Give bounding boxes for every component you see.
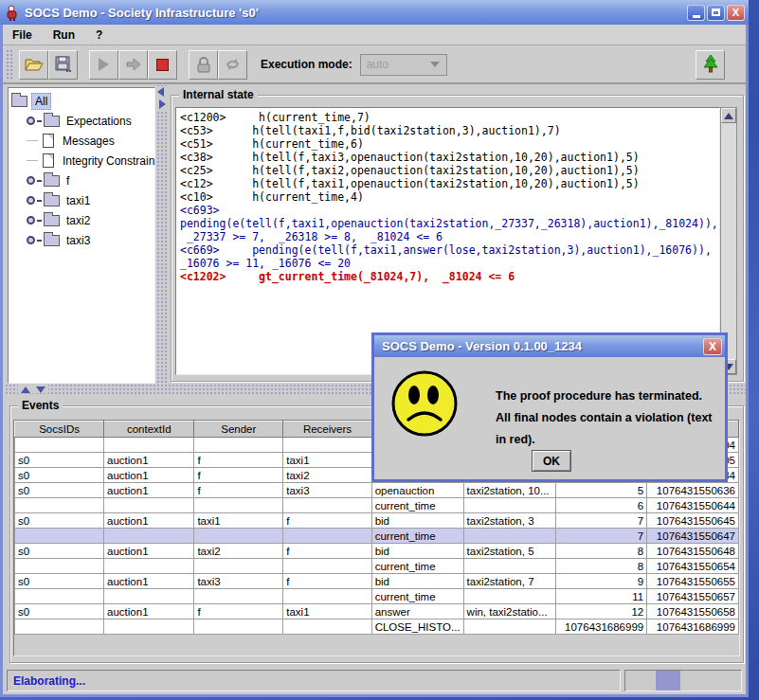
table-cell: taxi2station, 10... [463,483,556,498]
green-tree-icon [703,55,718,74]
stop-button[interactable] [148,50,177,80]
expand-handle-icon[interactable] [27,216,35,224]
expand-handle-icon[interactable] [27,176,35,185]
table-cell: f [194,468,283,483]
save-button[interactable] [48,50,78,80]
table-row[interactable]: current_time61076431550644 [15,498,739,513]
table-cell: answer [371,604,463,619]
table-cell: 6 [556,498,647,513]
table-cell [463,498,556,513]
table-row[interactable]: s0auction1taxi2fbidtaxi2station, 5810764… [15,544,739,559]
code-line: <c53> h(tell(taxi1,f,bid(taxi2station,3)… [180,124,719,137]
menu-file[interactable]: File [12,28,32,42]
table-row[interactable]: current_time71076431550647 [15,529,739,544]
status-text: Elaborating... [13,674,85,688]
table-cell: bid [371,544,463,559]
status-bar: Elaborating... [3,669,746,693]
dialog-close-button[interactable]: X [703,338,722,355]
table-row[interactable]: s0auction1taxi3fbidtaxi2station, 7910764… [15,574,739,589]
table-cell: openauction [371,483,463,498]
table-cell [283,438,371,453]
column-header-receivers[interactable]: Receivers [283,422,371,438]
progress-thumb [656,671,680,691]
menu-run[interactable]: Run [53,28,75,42]
society-tree-panel[interactable]: AllExpectationsMessagesIntegrity Constra… [8,87,155,384]
maximize-button[interactable] [707,5,725,21]
code-line: <c25> h(tell(f,taxi2,openauction(taxi2st… [180,164,719,177]
table-cell: 1076431686999 [647,619,739,635]
dialog-title-bar[interactable]: SOCS Demo - Version 0.1.00_1234 X [374,335,725,357]
lock-button[interactable] [189,50,218,80]
table-cell: win, taxi2statio... [463,604,556,619]
table-cell [283,559,371,574]
scroll-up-button[interactable] [721,108,736,123]
vertical-splitter[interactable] [156,84,168,384]
column-header-contextid[interactable]: contextId [104,422,194,438]
message-dialog: SOCS Demo - Version 0.1.00_1234 X The pr… [371,332,728,482]
table-row[interactable]: current_time111076431550657 [15,589,739,604]
toolbar: Execution mode: auto [3,46,746,84]
table-cell: 11 [556,589,647,604]
table-cell: 12 [556,604,647,619]
refresh-button[interactable] [218,50,247,80]
table-cell: f [194,483,283,498]
minimize-button[interactable] [687,5,705,21]
tree-item-integrity-constraints[interactable]: Integrity Constraints [11,151,154,171]
table-cell [283,619,371,635]
tree-item-f[interactable]: f [11,171,154,190]
society-tree-button[interactable] [696,50,725,80]
tree-item-taxi2[interactable]: taxi2 [11,210,154,230]
table-cell: taxi3 [194,574,283,589]
tree-item-taxi3[interactable]: taxi3 [11,230,154,250]
table-row[interactable]: s0auction1ftaxi1answerwin, taxi2statio..… [15,604,739,619]
dialog-message-line1: The proof procedure has terminated. [496,386,725,407]
expand-handle-icon[interactable] [27,196,35,205]
table-row[interactable]: s0auction1taxi1fbidtaxi2station, 3710764… [15,513,739,529]
tree-item-expectations[interactable]: Expectations [11,111,154,131]
code-line: <c51> h(current_time,6) [180,137,719,151]
toolbar-drag-handle[interactable] [6,49,14,80]
dialog-message-line2: All final nodes contain a violation (tex… [496,407,725,451]
close-button[interactable]: X [727,5,745,21]
menu-help[interactable]: ? [96,28,102,42]
code-line: <c693> [180,204,719,217]
ok-button[interactable]: OK [532,450,571,472]
execution-mode-select[interactable]: auto [360,54,447,76]
table-cell: s0 [15,453,104,468]
step-button[interactable] [118,50,148,80]
play-icon [99,58,109,71]
sad-face-icon [389,368,460,439]
handle-stem [37,200,42,202]
title-bar[interactable]: SOCS Demo - Society Infrastructure 's0' … [0,0,749,25]
arrow-up-icon [724,113,733,119]
table-row[interactable]: CLOSE_HISTO...10764316869991076431686999 [15,619,739,635]
tree-connector [27,160,38,161]
collapse-up-icon[interactable] [21,386,30,393]
collapse-right-icon[interactable] [159,99,166,109]
open-button[interactable] [19,50,48,80]
collapse-down-icon[interactable] [36,386,45,393]
play-button[interactable] [89,50,118,80]
refresh-icon [225,57,241,72]
column-header-socsids[interactable]: SocsIDs [15,422,104,438]
tree-item-label: Messages [60,134,117,149]
table-row[interactable]: s0auction1ftaxi3openauctiontaxi2station,… [15,483,739,498]
table-cell: auction1 [104,513,194,529]
table-cell: f [283,574,371,589]
table-cell: 1076431550644 [647,498,739,513]
table-cell: 7 [556,513,647,529]
table-cell: 5 [556,483,647,498]
tree-item-messages[interactable]: Messages [11,131,154,151]
document-icon [43,134,54,148]
expand-handle-icon[interactable] [27,236,35,244]
column-header-sender[interactable]: Sender [194,422,283,438]
table-row[interactable]: current_time81076431550654 [15,559,739,574]
expand-handle-icon[interactable] [27,117,35,125]
code-line: pending(e(tell(f,taxi1,openauction(taxi2… [180,217,719,230]
tree-item-all[interactable]: All [11,91,154,111]
tree-item-label: Expectations [63,114,135,129]
table-cell: 9 [556,574,647,589]
events-title: Events [18,399,63,412]
tree-item-taxi1[interactable]: taxi1 [11,190,154,210]
collapse-left-icon[interactable] [157,87,164,97]
